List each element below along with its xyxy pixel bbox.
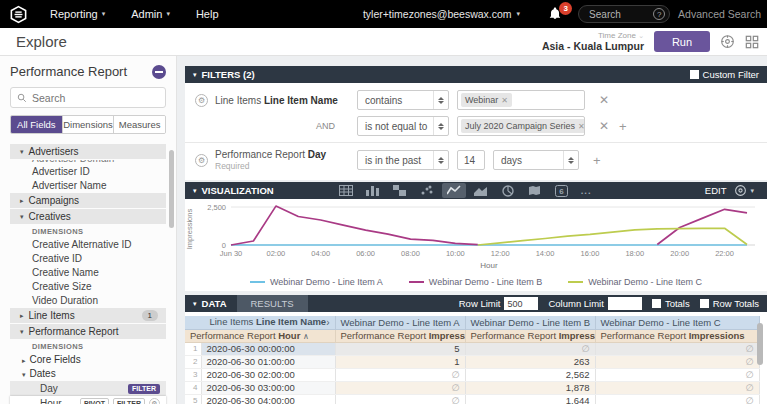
hour-cell[interactable]: 2020-06-30 02:00:00 <box>201 368 335 381</box>
waterfall-chart-icon[interactable] <box>388 183 412 198</box>
settings-gear-icon[interactable] <box>720 34 735 49</box>
run-button[interactable]: Run <box>654 31 710 52</box>
field-item-day[interactable]: DayFILTER <box>10 381 166 396</box>
impressions-cell[interactable]: 5 <box>335 342 465 355</box>
sidebar-section-campaigns[interactable]: ▸Campaigns <box>10 193 166 208</box>
custom-filter-checkbox[interactable] <box>690 70 699 79</box>
filter-number-input[interactable]: 14 <box>457 150 485 170</box>
column-chart-icon[interactable] <box>361 183 385 198</box>
hour-cell[interactable]: 2020-06-30 01:00:00 <box>201 355 335 368</box>
impressions-cell[interactable]: ∅ <box>465 342 595 355</box>
filter-badge[interactable]: FILTER <box>113 398 145 404</box>
table-scrollbar[interactable] <box>757 323 763 365</box>
table-icon[interactable] <box>334 183 358 198</box>
add-filter-icon[interactable]: + <box>593 153 601 168</box>
field-item-creative-id[interactable]: Creative ID <box>10 252 166 266</box>
hour-cell[interactable]: 2020-06-30 04:00:00 <box>201 394 335 404</box>
beeswax-logo-icon[interactable] <box>9 5 28 24</box>
field-item-creative-name[interactable]: Creative Name <box>10 266 166 280</box>
filter-gear-icon[interactable]: ⚙ <box>195 94 208 107</box>
field-item-video-duration[interactable]: Video Duration <box>10 294 166 308</box>
tab-measures[interactable]: Measures <box>114 116 165 133</box>
filter-gear-icon[interactable]: ⚙ <box>195 154 208 167</box>
remove-tag-icon[interactable]: ✕ <box>501 96 508 105</box>
remove-filter-icon[interactable]: ✕ <box>599 93 609 107</box>
pie-chart-icon[interactable] <box>496 183 520 198</box>
more-chart-types-icon[interactable]: ... <box>581 185 592 196</box>
line-chart-icon[interactable] <box>442 183 466 198</box>
field-item-advertiser-id[interactable]: Advertiser ID <box>10 165 166 179</box>
row-limit-input[interactable] <box>504 297 538 310</box>
user-menu[interactable]: tyler+timezones@beeswax.com ▾ <box>363 8 520 20</box>
impressions-cell[interactable]: ∅ <box>335 394 465 404</box>
impressions-cell[interactable]: ∅ <box>595 355 759 368</box>
tab-all-fields[interactable]: All Fields <box>11 116 63 133</box>
pivot-dim-header[interactable]: Line Items Line Item Name› <box>185 316 335 329</box>
impressions-cell[interactable]: 1,644 <box>465 394 595 404</box>
column-limit-input[interactable] <box>608 297 642 310</box>
hour-cell[interactable]: 2020-06-30 00:00:00 <box>201 342 335 355</box>
totals-checkbox[interactable] <box>652 299 661 308</box>
data-bar[interactable]: ▾ DATA RESULTS Row Limit Column Limit To… <box>185 295 767 312</box>
collapse-panel-icon[interactable] <box>152 65 166 79</box>
sidebar-section-advertisers[interactable]: ▾Advertisers <box>10 144 166 159</box>
impressions-cell[interactable]: 1,878 <box>465 381 595 394</box>
filter-operator-select[interactable]: is in the past <box>357 150 449 170</box>
field-search-input[interactable] <box>32 92 159 104</box>
filter-tag[interactable]: Webinar✕ <box>461 93 512 107</box>
advanced-search-link[interactable]: Advanced Search <box>678 8 761 20</box>
scatter-plot-icon[interactable] <box>415 183 439 198</box>
impressions-column-header[interactable]: Performance Report Impressions <box>335 329 465 342</box>
results-tab[interactable]: RESULTS <box>237 295 308 312</box>
remove-tag-icon[interactable]: ✕ <box>578 122 585 131</box>
filter-operator-select[interactable]: is not equal to <box>357 116 449 136</box>
layout-squares-icon[interactable] <box>745 35 759 49</box>
pivot-value-header[interactable]: Webinar Demo - Line Item C <box>595 316 759 329</box>
impressions-column-header[interactable]: Performance Report Impressions <box>595 329 759 342</box>
filter-value-input[interactable]: July 2020 Campaign Series✕ <box>457 116 585 136</box>
field-item-creative-alternative-id[interactable]: Creative Alternative ID <box>10 238 166 252</box>
filter-tag[interactable]: July 2020 Campaign Series✕ <box>461 119 585 133</box>
sidebar-subsection-dates[interactable]: ▾Dates <box>10 367 166 381</box>
nav-item-reporting[interactable]: Reporting▾ <box>50 8 105 20</box>
impressions-column-header[interactable]: Performance Report Impressions <box>465 329 595 342</box>
pivot-value-header[interactable]: Webinar Demo - Line Item B <box>465 316 595 329</box>
timezone-selector[interactable]: Time Zone ⌄ Asia - Kuala Lumpur <box>542 31 644 52</box>
hour-column-header[interactable]: Performance Report Hour ∧ <box>185 329 335 342</box>
filter-badge[interactable]: FILTER <box>128 384 160 394</box>
notifications-button[interactable]: 3 <box>548 6 562 23</box>
impressions-cell[interactable]: ∅ <box>595 342 759 355</box>
field-item-hour[interactable]: HourPIVOTFILTER⚙ <box>10 396 166 404</box>
field-item[interactable]: Advertiser Domain <box>10 160 166 165</box>
add-filter-icon[interactable]: + <box>619 119 627 134</box>
nav-item-admin[interactable]: Admin▾ <box>131 8 170 20</box>
area-chart-icon[interactable] <box>469 183 493 198</box>
impressions-cell[interactable]: ∅ <box>595 368 759 381</box>
filter-unit-select[interactable]: days <box>493 150 579 170</box>
hour-cell[interactable]: 2020-06-30 03:00:00 <box>201 381 335 394</box>
viz-settings-gear-icon[interactable]: ▾ <box>734 184 759 197</box>
pivot-value-header[interactable]: Webinar Demo - Line Item A <box>335 316 465 329</box>
impressions-cell[interactable]: 2,562 <box>465 368 595 381</box>
pivot-badge[interactable]: PIVOT <box>80 398 109 404</box>
filter-operator-select[interactable]: contains <box>357 90 449 110</box>
sidebar-section-performance-report[interactable]: ▾Performance Report <box>10 324 166 339</box>
map-icon[interactable] <box>523 183 547 198</box>
field-search-box[interactable] <box>10 87 166 108</box>
sidebar-scrollbar[interactable] <box>169 150 174 228</box>
field-item-advertiser-name[interactable]: Advertiser Name <box>10 179 166 193</box>
help-question-icon[interactable]: ? <box>653 8 665 20</box>
tab-dimensions[interactable]: Dimensions <box>63 116 115 133</box>
edit-button[interactable]: EDIT <box>705 185 727 196</box>
global-search-input[interactable]: Search ? <box>578 5 670 23</box>
nav-item-help[interactable]: Help <box>196 8 219 20</box>
sidebar-section-line-items[interactable]: ▸Line Items1 <box>10 308 166 323</box>
impressions-cell[interactable]: 1 <box>335 355 465 368</box>
field-item-creative-size[interactable]: Creative Size <box>10 280 166 294</box>
impressions-cell[interactable]: 263 <box>465 355 595 368</box>
filter-value-input[interactable]: Webinar✕ <box>457 90 585 110</box>
filters-bar[interactable]: ▾ FILTERS (2) Custom Filter <box>185 66 767 83</box>
remove-filter-icon[interactable]: ✕ <box>599 119 609 133</box>
field-gear-icon[interactable]: ⚙ <box>149 398 160 404</box>
visualization-bar[interactable]: ▾ VISUALIZATION 6... EDIT ▾ <box>185 182 767 199</box>
